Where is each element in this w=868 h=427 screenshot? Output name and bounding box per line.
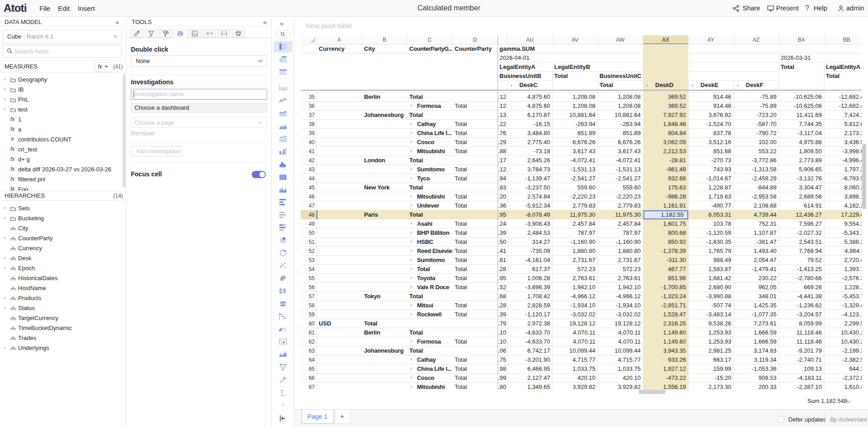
svg-text:T: T <box>280 389 284 396</box>
svg-text:123: 123 <box>281 87 287 91</box>
svg-text:?: ? <box>281 402 284 409</box>
